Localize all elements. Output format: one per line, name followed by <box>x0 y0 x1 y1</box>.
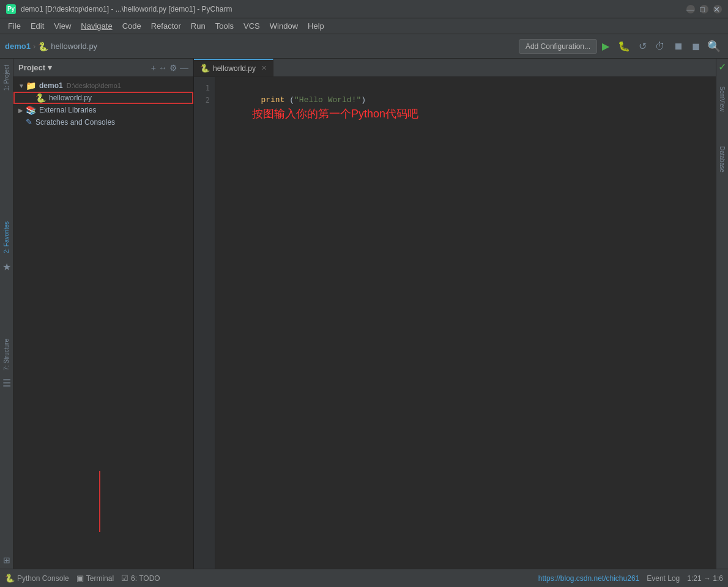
breadcrumb-file[interactable]: helloworld.py <box>51 42 97 51</box>
todo-icon: ☑ <box>121 574 128 583</box>
window-title: demo1 [D:\desktop\demo1] - ...\helloworl… <box>21 5 686 13</box>
menu-refactor[interactable]: Refactor <box>147 20 185 32</box>
menu-navigate[interactable]: Navigate <box>76 20 116 32</box>
code-paren-close: ) <box>361 95 366 105</box>
annotation-container: 新创建的.py文件出现在项目目录中 <box>13 556 193 569</box>
code-editor[interactable]: print ("Hello World!") 按图输入你的第一个Python代码… <box>215 77 716 569</box>
scratches-icon: ✎ <box>26 117 32 127</box>
favorites-strip-label[interactable]: 2: Favorites <box>2 218 11 257</box>
tree-item-ext-libs[interactable]: ▶ 📚 External Libraries <box>13 104 193 116</box>
cursor-position: 1:21 → 1:6 <box>687 574 723 583</box>
terminal-item[interactable]: ▣ Terminal <box>76 574 114 583</box>
project-tree: ▼ 📁 demo1 D:\desktop\demo1 🐍 helloworld.… <box>13 77 193 556</box>
tree-item-scratches-name: Scratches and Consoles <box>35 118 115 127</box>
tree-item-helloworld-name: helloworld.py <box>49 94 92 102</box>
project-header-icons: + ↔ ⚙ — <box>151 63 188 73</box>
favorites-star-icon: ★ <box>2 261 11 273</box>
database-label[interactable]: Database <box>718 141 727 177</box>
app-icon: Py <box>6 4 16 14</box>
project-strip-label[interactable]: 1: Project <box>2 61 11 94</box>
menu-edit[interactable]: Edit <box>26 20 48 32</box>
line-numbers: 1 2 <box>194 77 215 569</box>
console-icon: 🐍 <box>5 574 15 583</box>
bottom-strip-icon: ⊞ <box>3 555 10 565</box>
profile-icon[interactable]: ⏱ <box>653 40 667 53</box>
right-tool-strip: ✓ ScmView Database <box>716 59 728 569</box>
terminal-label: Terminal <box>86 574 114 583</box>
minimize-button[interactable]: — <box>686 5 695 13</box>
tree-item-demo1-path: D:\desktop\demo1 <box>67 82 121 89</box>
structure-icon: ☰ <box>2 377 11 389</box>
menu-help[interactable]: Help <box>303 20 329 32</box>
title-bar: Py demo1 [D:\desktop\demo1] - ...\hellow… <box>0 0 728 18</box>
tab-file-icon: 🐍 <box>200 64 210 73</box>
stop-icon[interactable]: ⏹ <box>671 40 686 53</box>
editor-tab-helloworld[interactable]: 🐍 helloworld.py ✕ <box>194 59 273 76</box>
main-area: 1: Project 2: Favorites ★ 7: Structure ☰… <box>0 59 728 569</box>
window-controls: — □ ✕ <box>686 5 722 13</box>
new-file-icon[interactable]: + <box>151 63 156 73</box>
todo-item[interactable]: ☑ 6: TODO <box>121 574 160 583</box>
tree-item-scratches[interactable]: ✎ Scratches and Consoles <box>13 116 193 128</box>
menu-view[interactable]: View <box>50 20 75 32</box>
tree-item-demo1[interactable]: ▼ 📁 demo1 D:\desktop\demo1 <box>13 79 193 92</box>
menu-code[interactable]: Code <box>118 20 146 32</box>
line-num-1: 1 <box>194 82 215 94</box>
scmview-label[interactable]: ScmView <box>718 81 727 117</box>
tree-item-demo1-name: demo1 <box>39 81 63 90</box>
event-log-item[interactable]: Event Log <box>647 574 680 583</box>
line-num-2: 2 <box>194 94 215 106</box>
editor-annotation-text: 按图输入你的第一个Python代码吧 <box>252 108 418 120</box>
collapse-all-icon[interactable]: ↔ <box>158 63 167 73</box>
menu-window[interactable]: Window <box>266 20 302 32</box>
breadcrumb-sep: › <box>33 42 35 51</box>
pause-icon[interactable]: ◼ <box>689 39 702 53</box>
settings-icon[interactable]: ⚙ <box>169 63 177 73</box>
structure-strip-label[interactable]: 7: Structure <box>2 335 11 374</box>
menu-file[interactable]: File <box>4 20 25 32</box>
breadcrumb: demo1 › 🐍 helloworld.py <box>5 42 516 51</box>
url-text[interactable]: https://blog.csdn.net/chichu261 <box>538 574 639 583</box>
search-icon[interactable]: 🔍 <box>705 39 723 54</box>
editor-content: 1 2 print ("Hello World!") 按图输入你的第一个Pyth… <box>194 77 716 569</box>
code-string-hello: "Hello World!" <box>294 95 361 105</box>
toolbar-run-icons: ▶ 🐛 ↺ ⏱ ⏹ ◼ <box>600 39 702 53</box>
tree-item-ext-libs-name: External Libraries <box>39 106 96 114</box>
project-panel: Project ▾ + ↔ ⚙ — ▼ 📁 demo1 D:\desktop\d… <box>13 59 194 569</box>
tab-close-icon[interactable]: ✕ <box>261 64 267 72</box>
toolbar: demo1 › 🐍 helloworld.py Add Configuratio… <box>0 34 728 59</box>
hide-panel-icon[interactable]: — <box>180 63 188 73</box>
todo-label: 6: TODO <box>131 574 160 583</box>
menu-vcs[interactable]: VCS <box>239 20 264 32</box>
menu-run[interactable]: Run <box>187 20 210 32</box>
event-log-label: Event Log <box>647 574 680 583</box>
tab-label: helloworld.py <box>213 64 256 73</box>
editor-area: 🐍 helloworld.py ✕ 1 2 print ("Hello Worl… <box>194 59 716 569</box>
python-console-item[interactable]: 🐍 Python Console <box>5 574 69 583</box>
expand-arrow-ext-libs: ▶ <box>18 107 26 114</box>
menu-tools[interactable]: Tools <box>211 20 238 32</box>
project-header: Project ▾ + ↔ ⚙ — <box>13 59 193 77</box>
file-icon: 🐍 <box>38 42 48 51</box>
expand-arrow-demo1: ▼ <box>18 83 26 89</box>
folder-icon-demo1: 📁 <box>26 81 36 90</box>
tree-item-helloworld[interactable]: 🐍 helloworld.py <box>13 92 193 104</box>
add-configuration-button[interactable]: Add Configuration... <box>519 39 597 54</box>
breadcrumb-project[interactable]: demo1 <box>5 42 31 51</box>
maximize-button[interactable]: □ <box>700 5 708 13</box>
project-panel-title: Project ▾ <box>18 63 147 72</box>
menu-bar: File Edit View Navigate Code Refactor Ru… <box>0 18 728 34</box>
ext-libs-icon: 📚 <box>26 105 36 115</box>
debug-icon[interactable]: 🐛 <box>615 39 633 53</box>
checkmark-icon: ✓ <box>716 59 728 75</box>
coverage-icon[interactable]: ↺ <box>636 39 649 53</box>
code-func-print: print <box>261 95 284 105</box>
annotation-arrow-line <box>99 471 100 532</box>
close-button[interactable]: ✕ <box>713 5 722 13</box>
python-console-label: Python Console <box>17 574 69 583</box>
editor-tabs: 🐍 helloworld.py ✕ <box>194 59 716 77</box>
python-file-icon-helloworld: 🐍 <box>35 93 46 103</box>
run-icon[interactable]: ▶ <box>600 39 612 53</box>
code-paren-open: ( <box>284 95 294 105</box>
bottom-bar: 🐍 Python Console ▣ Terminal ☑ 6: TODO ht… <box>0 569 728 587</box>
